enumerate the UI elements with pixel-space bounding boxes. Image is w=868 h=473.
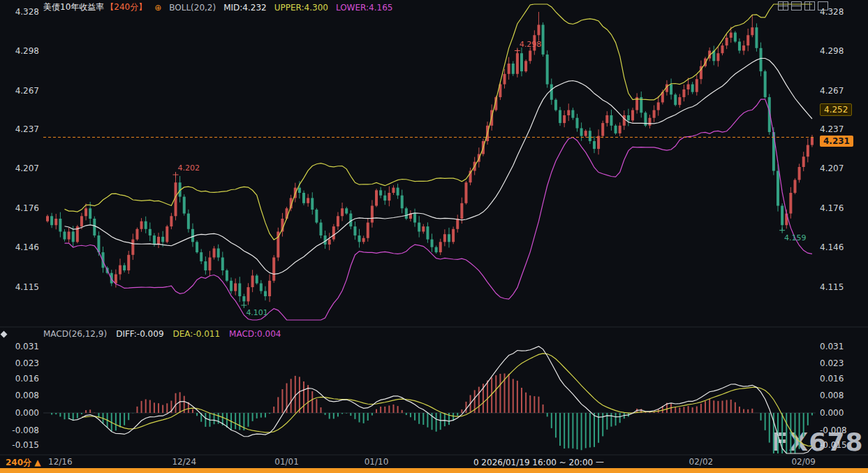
candle-body: [379, 190, 382, 195]
candle-body: [755, 27, 758, 48]
chart-canvas[interactable]: 4.2024.1014.2984.159: [0, 0, 868, 473]
candle-body: [260, 284, 263, 291]
candle-body: [123, 265, 126, 270]
candle-body: [452, 229, 455, 242]
macd-header: MACD(26,12,9) DIFF:-0.009 DEA:-0.011 MAC…: [43, 329, 281, 339]
macd-axis-label: 0.023: [820, 358, 844, 368]
candle-body: [204, 261, 207, 270]
candle-body: [392, 188, 395, 193]
price-axis-label: 4.328: [0, 7, 39, 17]
layout-grid-icon[interactable]: [778, 1, 788, 10]
candle-body: [149, 229, 152, 235]
price-tag-alert[interactable]: 4.252: [820, 103, 852, 116]
candle-body: [520, 53, 523, 71]
candle-body: [464, 182, 467, 203]
candle-body: [601, 123, 604, 136]
candle-body: [537, 25, 540, 36]
candle-body: [127, 255, 130, 270]
price-tag-current[interactable]: 4.231: [820, 136, 853, 147]
candle-body: [135, 229, 138, 240]
macd-dea-value: DEA:-0.011: [173, 329, 221, 339]
candle-body: [682, 89, 685, 97]
candle-body: [508, 64, 510, 74]
candle-body: [72, 232, 75, 242]
candle-body: [268, 281, 271, 296]
macd-axis-label: 0.031: [0, 342, 39, 351]
candle-body: [401, 196, 404, 209]
price-axis-left: 4.3284.2984.2674.2374.2074.1764.1464.115…: [0, 0, 39, 473]
candle-body: [615, 126, 617, 133]
candle-body: [721, 45, 723, 53]
macd-axis-label: 0.000: [820, 408, 844, 418]
macd-axis-label: 0.016: [0, 374, 39, 384]
x-axis-label: 02/09: [791, 457, 816, 467]
macd-label[interactable]: MACD(26,12,9): [43, 329, 107, 339]
candle-body: [760, 48, 763, 71]
candlestick-series[interactable]: [46, 12, 814, 305]
candle-body: [742, 45, 745, 50]
chart-header: 美债10年收益率 【240分】 ⊕ BOLL(20,2) MID:4.232 U…: [43, 1, 392, 13]
add-indicator-icon[interactable]: ⊕: [154, 3, 161, 13]
candle-body: [187, 214, 190, 229]
macd-axis-label: 0.023: [0, 358, 39, 368]
candle-body: [397, 188, 399, 196]
candle-body: [584, 131, 587, 136]
layout-hsplit-icon[interactable]: [791, 1, 802, 10]
candle-body: [627, 115, 630, 120]
candle-body: [230, 281, 233, 291]
macd-histogram[interactable]: [47, 374, 812, 453]
price-axis-label: 4.237: [0, 124, 39, 134]
candle-body: [247, 287, 249, 301]
interval-selector[interactable]: 240分 ▲: [6, 457, 41, 469]
candle-body: [119, 265, 122, 275]
candle-body: [183, 197, 186, 214]
candle-body: [781, 206, 784, 226]
candle-body: [764, 71, 767, 97]
candle-body: [746, 35, 749, 45]
candle-body: [751, 27, 753, 35]
candle-body: [170, 216, 172, 226]
candle-body: [328, 240, 331, 245]
layout-toolbar: [778, 1, 828, 10]
price-axis-label: 4.115: [0, 282, 39, 292]
price-axis-label: 4.267: [0, 86, 39, 96]
candle-body: [529, 51, 531, 61]
candle-body: [687, 85, 690, 89]
boll-mid-line: [64, 59, 811, 275]
candle-body: [251, 275, 254, 287]
x-axis: 12/1612/2401/0101/1002/0202/090 2026/01/…: [0, 457, 868, 468]
boll-label[interactable]: BOLL(20,2): [169, 3, 216, 13]
price-axis-right: 4.3284.2984.2674.2374.2074.1764.1464.115…: [820, 0, 868, 473]
layout-vsplit-icon[interactable]: [804, 1, 815, 10]
candle-body: [546, 54, 549, 85]
candle-body: [811, 137, 814, 145]
x-axis-label: 01/10: [365, 457, 389, 467]
candle-body: [576, 118, 579, 129]
price-annotation: 4.159: [784, 233, 807, 242]
candle-body: [678, 97, 681, 105]
candle-body: [84, 208, 87, 216]
x-axis-label: 12/24: [172, 457, 196, 467]
macd-axis-label: -0.015: [820, 440, 847, 450]
candle-body: [657, 103, 660, 110]
candle-body: [315, 210, 318, 223]
candle-body: [196, 242, 198, 252]
candle-body: [50, 216, 53, 225]
candle-body: [332, 226, 335, 240]
candle-body: [571, 110, 574, 118]
candle-body: [256, 275, 258, 283]
candle-body: [431, 240, 434, 247]
macd-axis-label: -0.015: [0, 440, 39, 450]
candle-body: [589, 131, 591, 141]
candle-body: [623, 115, 626, 126]
macd-axis-label: 0.000: [0, 408, 39, 418]
candle-body: [777, 171, 779, 206]
candle-body: [161, 237, 164, 242]
candle-body: [131, 240, 134, 255]
layout-single-icon[interactable]: [818, 1, 828, 10]
candle-body: [89, 208, 91, 219]
boll-upper-value: UPPER:4.300: [274, 3, 328, 13]
price-axis-label: 4.176: [0, 203, 39, 213]
x-axis-label: 12/16: [48, 457, 73, 467]
x-axis-label: 02/02: [689, 457, 714, 467]
